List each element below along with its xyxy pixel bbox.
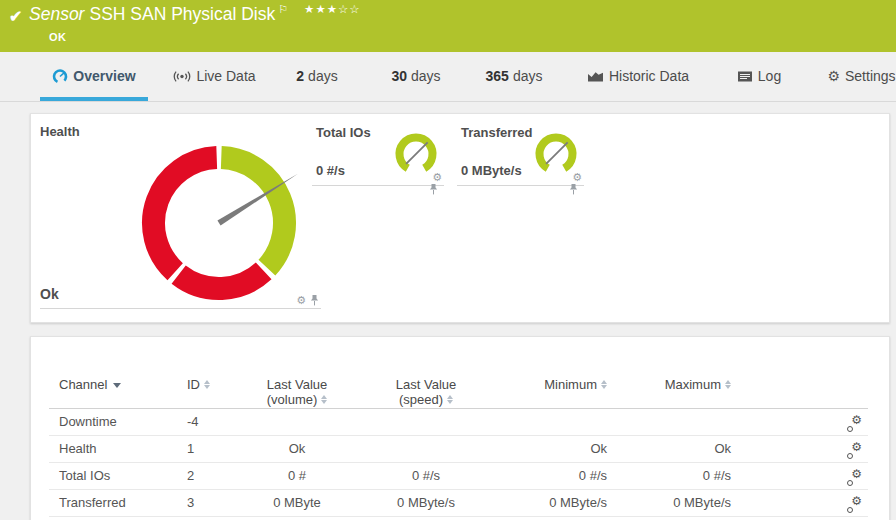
pin-icon[interactable] xyxy=(569,184,578,195)
table-row-transferred[interactable]: Transferred 3 0 MByte 0 MByte/s 0 MByte/… xyxy=(49,489,868,517)
overview-gauges-panel: Health Ok ⚙ Total IOs 0 #/s ⚙ Transferre… xyxy=(30,113,890,323)
tab-label: days xyxy=(513,68,543,84)
priority-stars[interactable]: ★★★☆☆ xyxy=(304,3,361,15)
sensor-name: SSH SAN Physical Disk xyxy=(89,4,275,24)
tab-label: Live Data xyxy=(196,68,255,84)
area-chart-icon xyxy=(587,69,604,83)
tab-label: Settings xyxy=(845,68,896,84)
column-header-last-value-volume[interactable]: Last Value (volume) xyxy=(247,377,347,407)
active-tab-indicator xyxy=(40,97,148,101)
channel-settings-icon[interactable]: ⚙ xyxy=(846,471,862,486)
total-ios-gauge-title: Total IOs xyxy=(316,125,371,140)
sensor-titlebar: ✔ SensorSSH SAN Physical Disk⚐★★★☆☆ OK xyxy=(0,0,896,52)
broadcast-icon xyxy=(173,69,191,84)
sort-icon xyxy=(725,378,731,391)
sort-icon xyxy=(601,378,607,391)
channel-settings-icon[interactable]: ⚙ xyxy=(846,498,862,513)
sort-icon xyxy=(447,393,453,406)
channel-settings-icon[interactable]: ⚙ xyxy=(846,417,862,432)
tab-settings[interactable]: ⚙ Settings xyxy=(827,52,896,100)
sensor-type-label: Sensor xyxy=(29,4,84,24)
tab-30-days[interactable]: 30days xyxy=(386,52,446,100)
gauge-settings-gear-icon[interactable]: ⚙ xyxy=(572,172,582,183)
sensor-status-badge: OK xyxy=(49,31,67,43)
gauge-settings-gear-icon[interactable]: ⚙ xyxy=(432,172,442,183)
health-gauge-value: Ok xyxy=(40,286,59,302)
channel-settings-icon[interactable]: ⚙ xyxy=(846,444,862,459)
tab-label: Overview xyxy=(73,68,135,84)
column-header-id[interactable]: ID xyxy=(187,377,231,392)
sensor-title: SensorSSH SAN Physical Disk⚐★★★☆☆ xyxy=(29,4,361,25)
sort-icon xyxy=(204,378,210,391)
flag-icon[interactable]: ⚐ xyxy=(278,3,288,15)
gauge-settings-gear-icon[interactable]: ⚙ xyxy=(296,295,306,306)
tab-365-days[interactable]: 365days xyxy=(478,52,550,100)
column-header-last-value-speed[interactable]: Last Value (speed) xyxy=(376,377,476,407)
gauge-icon xyxy=(52,68,68,84)
column-header-channel[interactable]: Channel xyxy=(59,377,179,392)
tab-label: days xyxy=(411,68,441,84)
tab-label: days xyxy=(308,68,338,84)
pin-icon[interactable] xyxy=(429,184,438,195)
pin-icon[interactable] xyxy=(310,295,319,306)
total-ios-gauge-cell: Total IOs 0 #/s ⚙ xyxy=(312,119,444,186)
transferred-gauge-value: 0 MByte/s xyxy=(461,163,522,178)
gear-icon: ⚙ xyxy=(827,69,840,83)
transferred-gauge-title: Transferred xyxy=(461,125,533,140)
tab-2-days[interactable]: 2days xyxy=(292,52,342,100)
tab-historic-data[interactable]: Historic Data xyxy=(585,52,691,100)
column-header-maximum[interactable]: Maximum xyxy=(631,377,731,392)
tab-bar: Overview Live Data 2days 30days 365days … xyxy=(0,52,896,102)
tab-label: Historic Data xyxy=(609,68,689,84)
health-gauge-title: Health xyxy=(40,124,80,139)
transferred-gauge-cell: Transferred 0 MByte/s ⚙ xyxy=(457,119,584,186)
table-row-health[interactable]: Health 1 Ok Ok Ok ⚙ xyxy=(49,435,868,463)
status-check-icon: ✔ xyxy=(9,7,22,26)
tab-log[interactable]: Log xyxy=(735,52,783,100)
tab-overview[interactable]: Overview xyxy=(40,52,148,100)
channel-table-panel: Channel ID Last Value (volume) Last Valu… xyxy=(30,336,890,520)
table-row-total-ios[interactable]: Total IOs 2 0 # 0 #/s 0 #/s 0 #/s ⚙ xyxy=(49,462,868,490)
health-gauge-footer: Ok ⚙ xyxy=(40,284,321,309)
sort-icon xyxy=(321,393,327,406)
column-header-minimum[interactable]: Minimum xyxy=(507,377,607,392)
table-row-downtime[interactable]: Downtime -4 ⚙ xyxy=(49,408,868,436)
tab-live-data[interactable]: Live Data xyxy=(172,52,257,100)
total-ios-gauge-value: 0 #/s xyxy=(316,163,345,178)
tab-label: Log xyxy=(758,68,781,84)
log-icon xyxy=(737,70,753,83)
sort-desc-icon xyxy=(113,383,121,388)
channel-table-header: Channel ID Last Value (volume) Last Valu… xyxy=(49,371,868,409)
